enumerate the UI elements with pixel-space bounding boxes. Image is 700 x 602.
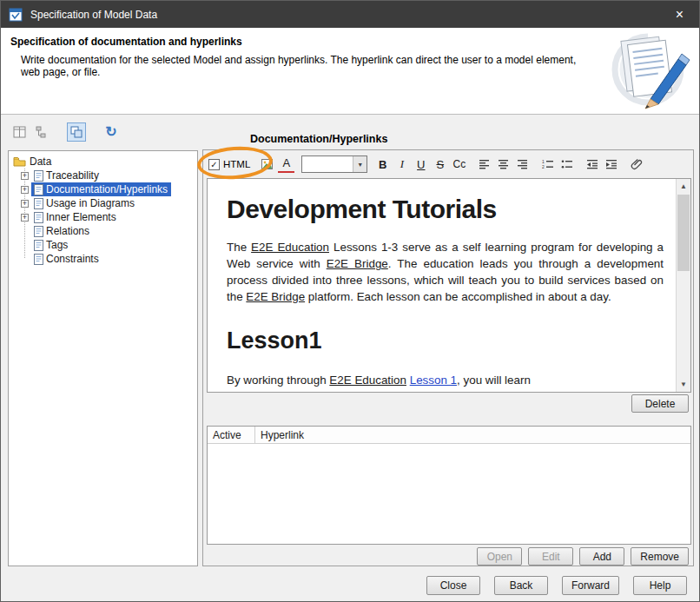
header-title: Specification of documentation and hyper… xyxy=(10,36,242,48)
strikethrough-button[interactable]: S xyxy=(432,155,448,173)
align-center-icon[interactable] xyxy=(495,155,512,173)
hyperlink-table[interactable]: Active Hyperlink xyxy=(207,426,691,545)
dialog-header: Specification of documentation and hyper… xyxy=(1,28,699,115)
tree-item-label: Usage in Diagrams xyxy=(46,197,135,209)
tree-toolbar: ↻ xyxy=(10,122,121,142)
tree-item-label: Tags xyxy=(46,239,68,251)
chevron-down-icon: ▼ xyxy=(353,156,367,172)
columns-view-icon[interactable] xyxy=(10,122,29,142)
font-style-value xyxy=(302,156,353,172)
decrease-indent-icon[interactable] xyxy=(584,155,600,173)
forward-button[interactable]: Forward xyxy=(562,576,619,595)
remove-button[interactable]: Remove xyxy=(631,547,689,566)
tree-item-tags[interactable]: Tags xyxy=(9,238,197,252)
delete-button[interactable]: Delete xyxy=(631,394,689,413)
editor-heading-2: Lesson1 xyxy=(227,327,664,354)
element-icon xyxy=(34,184,43,195)
document-pencil-icon xyxy=(600,30,692,111)
tree-item-label: Traceability xyxy=(46,169,99,182)
compact-view-icon[interactable] xyxy=(67,122,86,142)
header-description: Write documentation for the selected Mod… xyxy=(21,54,577,78)
tree-item-traceability[interactable]: + Traceability xyxy=(9,169,197,182)
element-icon xyxy=(34,240,43,251)
element-icon xyxy=(34,198,43,209)
e2e-bridge-link: E2E Bridge xyxy=(327,257,388,270)
column-hyperlink: Hyperlink xyxy=(255,429,304,441)
expand-icon[interactable]: + xyxy=(21,200,29,208)
align-left-icon[interactable] xyxy=(476,155,492,173)
font-style-dropdown[interactable]: ▼ xyxy=(301,155,367,173)
tree-item-label: Constraints xyxy=(46,253,99,265)
specification-dialog: Specification of Model Data × Specificat… xyxy=(0,0,700,602)
tree-root-label: Data xyxy=(30,155,51,168)
add-button[interactable]: Add xyxy=(579,547,624,566)
tree-item-constraints[interactable]: Constraints xyxy=(9,252,197,266)
editor-content: Development Tutorials The E2E Education … xyxy=(208,179,676,392)
close-dialog-button[interactable]: Close xyxy=(426,576,480,595)
back-button[interactable]: Back xyxy=(494,576,548,595)
expand-icon[interactable]: + xyxy=(21,172,29,180)
element-icon xyxy=(34,170,43,182)
bold-button[interactable]: B xyxy=(374,155,391,173)
tree-item-label: Relations xyxy=(46,225,89,237)
section-title: Documentation/Hyperlinks xyxy=(250,133,387,145)
editor-paragraph-1: The E2E Education Lessons 1-3 serve as a… xyxy=(227,239,664,305)
e2e-education-link: E2E Education xyxy=(329,374,406,387)
tree-item-usage-in-diagrams[interactable]: + Usage in Diagrams xyxy=(9,196,197,210)
help-button[interactable]: Help xyxy=(633,576,687,595)
hyperlink-paperclip-icon[interactable] xyxy=(628,155,644,173)
html-checkbox[interactable]: ✓ xyxy=(208,159,220,170)
close-button[interactable]: × xyxy=(660,1,699,28)
tree-view-icon[interactable] xyxy=(32,122,51,142)
html-checkbox-label: HTML xyxy=(223,159,250,169)
svg-text:1: 1 xyxy=(542,159,545,164)
folder-icon xyxy=(13,156,26,167)
element-icon xyxy=(34,254,43,265)
model-tree[interactable]: Data + Traceability + Documentation/H xyxy=(8,150,198,566)
editor-paragraph-2: By working through E2E Education Lesson … xyxy=(227,372,664,388)
element-icon xyxy=(34,212,43,223)
dialog-footer: Close Back Forward Help xyxy=(426,576,687,595)
main-area: ↻ Documentation/Hyperlinks Data + xyxy=(1,115,699,601)
expand-icon[interactable]: + xyxy=(21,186,29,194)
formatting-toolbar: ✓ HTML A ▼ B I U S Cc xyxy=(208,154,644,175)
editor-scrollbar[interactable]: ▲ ▼ xyxy=(676,179,690,392)
italic-button[interactable]: I xyxy=(393,155,410,173)
refresh-icon[interactable]: ↻ xyxy=(102,122,121,142)
hyperlink-table-header: Active Hyperlink xyxy=(208,427,690,444)
numbered-list-icon[interactable]: 12 xyxy=(539,155,556,173)
documentation-panel: ✓ HTML A ▼ B I U S Cc xyxy=(202,149,694,566)
tree-root-data[interactable]: Data xyxy=(9,154,197,169)
bullet-list-icon[interactable] xyxy=(558,155,575,173)
tree-item-relations[interactable]: Relations xyxy=(9,224,197,238)
scrollbar-thumb[interactable] xyxy=(677,195,690,271)
insert-image-icon[interactable] xyxy=(259,155,275,173)
documentation-editor[interactable]: Development Tutorials The E2E Education … xyxy=(207,178,691,393)
edit-button[interactable]: Edit xyxy=(528,547,573,566)
font-color-button[interactable]: A xyxy=(278,155,294,173)
scroll-down-icon[interactable]: ▼ xyxy=(677,377,690,392)
title-bar[interactable]: Specification of Model Data × xyxy=(1,1,699,28)
hyperlink-actions: Open Edit Add Remove xyxy=(477,547,689,566)
tree-item-label: Inner Elements xyxy=(46,211,116,223)
svg-text:2: 2 xyxy=(542,164,545,169)
tree-item-inner-elements[interactable]: + Inner Elements xyxy=(9,210,197,224)
align-right-icon[interactable] xyxy=(514,155,531,173)
open-button[interactable]: Open xyxy=(477,547,522,566)
editor-heading-1: Development Tutorials xyxy=(227,195,664,224)
tree-item-label: Documentation/Hyperlinks xyxy=(46,183,168,195)
underline-button[interactable]: U xyxy=(413,155,429,173)
expand-icon[interactable]: + xyxy=(21,214,29,222)
change-case-button[interactable]: Cc xyxy=(451,155,467,173)
column-active: Active xyxy=(208,427,255,443)
increase-indent-icon[interactable] xyxy=(603,155,619,173)
element-icon xyxy=(34,226,43,237)
window-title: Specification of Model Data xyxy=(30,9,157,21)
html-checkbox-wrap[interactable]: ✓ HTML xyxy=(208,159,250,170)
e2e-bridge-link: E2E Bridge xyxy=(246,290,305,303)
scroll-up-icon[interactable]: ▲ xyxy=(677,179,690,194)
app-icon xyxy=(9,8,23,22)
e2e-education-link: E2E Education xyxy=(251,241,329,254)
lesson-1-link[interactable]: Lesson 1 xyxy=(410,374,457,387)
tree-item-documentation-hyperlinks[interactable]: + Documentation/Hyperlinks xyxy=(9,182,197,196)
